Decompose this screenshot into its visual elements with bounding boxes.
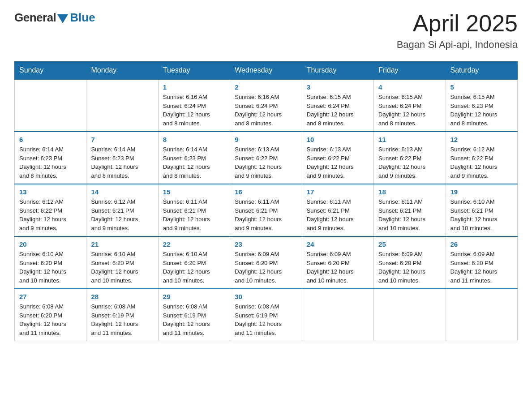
day-info: Sunrise: 6:11 AMSunset: 6:21 PMDaylight:… [378,197,441,232]
day-info: Sunrise: 6:12 AMSunset: 6:21 PMDaylight:… [91,197,153,232]
day-number: 27 [19,293,82,300]
day-info: Sunrise: 6:10 AMSunset: 6:21 PMDaylight:… [450,197,513,232]
calendar-cell: 2Sunrise: 6:16 AMSunset: 6:24 PMDaylight… [230,79,302,132]
day-info: Sunrise: 6:10 AMSunset: 6:20 PMDaylight:… [91,250,153,285]
day-number: 15 [163,188,225,196]
header-row: SundayMondayTuesdayWednesdayThursdayFrid… [15,62,518,80]
calendar-table: SundayMondayTuesdayWednesdayThursdayFrid… [14,61,518,341]
header-day-sunday: Sunday [15,62,86,80]
day-number: 1 [163,83,225,91]
day-info: Sunrise: 6:14 AMSunset: 6:23 PMDaylight:… [163,145,225,180]
calendar-cell: 14Sunrise: 6:12 AMSunset: 6:21 PMDayligh… [86,184,158,236]
calendar-cell: 29Sunrise: 6:08 AMSunset: 6:19 PMDayligh… [158,289,230,341]
logo-triangle-icon [57,14,68,23]
day-info: Sunrise: 6:13 AMSunset: 6:22 PMDaylight:… [307,145,369,180]
calendar-cell: 10Sunrise: 6:13 AMSunset: 6:22 PMDayligh… [302,132,373,184]
calendar-cell: 28Sunrise: 6:08 AMSunset: 6:19 PMDayligh… [86,289,158,341]
calendar-cell: 4Sunrise: 6:15 AMSunset: 6:24 PMDaylight… [374,79,446,132]
calendar-cell: 3Sunrise: 6:15 AMSunset: 6:24 PMDaylight… [302,79,373,132]
calendar-cell [302,289,373,341]
logo-general-text: General [14,11,56,25]
day-number: 28 [91,293,153,300]
day-number: 3 [307,83,369,91]
calendar-cell [86,79,158,132]
calendar-cell: 17Sunrise: 6:11 AMSunset: 6:21 PMDayligh… [302,184,373,236]
day-number: 19 [450,188,513,196]
day-info: Sunrise: 6:12 AMSunset: 6:22 PMDaylight:… [19,197,82,232]
calendar-cell: 6Sunrise: 6:14 AMSunset: 6:23 PMDaylight… [15,132,86,184]
day-info: Sunrise: 6:09 AMSunset: 6:20 PMDaylight:… [307,250,369,285]
day-info: Sunrise: 6:08 AMSunset: 6:19 PMDaylight:… [163,302,225,337]
day-info: Sunrise: 6:09 AMSunset: 6:20 PMDaylight:… [450,250,513,285]
day-info: Sunrise: 6:09 AMSunset: 6:20 PMDaylight:… [378,250,441,285]
calendar-cell: 11Sunrise: 6:13 AMSunset: 6:22 PMDayligh… [374,132,446,184]
calendar-cell [374,289,446,341]
week-row-4: 20Sunrise: 6:10 AMSunset: 6:20 PMDayligh… [15,236,518,289]
day-number: 5 [450,83,513,91]
week-row-3: 13Sunrise: 6:12 AMSunset: 6:22 PMDayligh… [15,184,518,236]
day-number: 30 [235,293,297,300]
day-number: 26 [450,240,513,248]
calendar-cell: 22Sunrise: 6:10 AMSunset: 6:20 PMDayligh… [158,236,230,289]
day-info: Sunrise: 6:14 AMSunset: 6:23 PMDaylight:… [19,145,82,180]
day-info: Sunrise: 6:15 AMSunset: 6:24 PMDaylight:… [378,93,441,128]
day-number: 11 [378,136,441,143]
day-info: Sunrise: 6:15 AMSunset: 6:23 PMDaylight:… [450,93,513,128]
day-number: 21 [91,240,153,248]
day-info: Sunrise: 6:13 AMSunset: 6:22 PMDaylight:… [378,145,441,180]
day-number: 4 [378,83,441,91]
location-subtitle: Bagan Si Api-api, Indonesia [397,39,518,51]
day-info: Sunrise: 6:16 AMSunset: 6:24 PMDaylight:… [163,93,225,128]
calendar-cell [15,79,86,132]
header-day-thursday: Thursday [302,62,373,80]
day-info: Sunrise: 6:11 AMSunset: 6:21 PMDaylight:… [163,197,225,232]
day-number: 7 [91,136,153,143]
calendar-cell: 27Sunrise: 6:08 AMSunset: 6:20 PMDayligh… [15,289,86,341]
header-day-wednesday: Wednesday [230,62,302,80]
header-day-tuesday: Tuesday [158,62,230,80]
calendar-cell: 8Sunrise: 6:14 AMSunset: 6:23 PMDaylight… [158,132,230,184]
calendar-cell: 5Sunrise: 6:15 AMSunset: 6:23 PMDaylight… [446,79,517,132]
calendar-cell: 20Sunrise: 6:10 AMSunset: 6:20 PMDayligh… [15,236,86,289]
day-info: Sunrise: 6:10 AMSunset: 6:20 PMDaylight:… [19,250,82,285]
calendar-cell: 16Sunrise: 6:11 AMSunset: 6:21 PMDayligh… [230,184,302,236]
logo: General Blue [14,11,95,25]
day-info: Sunrise: 6:14 AMSunset: 6:23 PMDaylight:… [91,145,153,180]
day-number: 22 [163,240,225,248]
calendar-cell: 12Sunrise: 6:12 AMSunset: 6:22 PMDayligh… [446,132,517,184]
header: General Blue April 2025 Bagan Si Api-api… [14,11,518,51]
week-row-5: 27Sunrise: 6:08 AMSunset: 6:20 PMDayligh… [15,289,518,341]
day-number: 18 [378,188,441,196]
calendar-cell: 7Sunrise: 6:14 AMSunset: 6:23 PMDaylight… [86,132,158,184]
day-info: Sunrise: 6:15 AMSunset: 6:24 PMDaylight:… [307,93,369,128]
calendar-cell: 30Sunrise: 6:08 AMSunset: 6:19 PMDayligh… [230,289,302,341]
day-info: Sunrise: 6:09 AMSunset: 6:20 PMDaylight:… [235,250,297,285]
day-info: Sunrise: 6:12 AMSunset: 6:22 PMDaylight:… [450,145,513,180]
day-info: Sunrise: 6:11 AMSunset: 6:21 PMDaylight:… [235,197,297,232]
day-number: 14 [91,188,153,196]
day-number: 25 [378,240,441,248]
logo-blue-text: Blue [70,11,95,25]
day-info: Sunrise: 6:08 AMSunset: 6:19 PMDaylight:… [91,302,153,337]
calendar-cell: 19Sunrise: 6:10 AMSunset: 6:21 PMDayligh… [446,184,517,236]
day-number: 20 [19,240,82,248]
calendar-cell: 24Sunrise: 6:09 AMSunset: 6:20 PMDayligh… [302,236,373,289]
title-area: April 2025 Bagan Si Api-api, Indonesia [397,11,518,51]
header-day-monday: Monday [86,62,158,80]
calendar-cell: 15Sunrise: 6:11 AMSunset: 6:21 PMDayligh… [158,184,230,236]
calendar-cell: 21Sunrise: 6:10 AMSunset: 6:20 PMDayligh… [86,236,158,289]
day-number: 2 [235,83,297,91]
day-info: Sunrise: 6:16 AMSunset: 6:24 PMDaylight:… [235,93,297,128]
day-info: Sunrise: 6:11 AMSunset: 6:21 PMDaylight:… [307,197,369,232]
calendar-cell [446,289,517,341]
day-info: Sunrise: 6:13 AMSunset: 6:22 PMDaylight:… [235,145,297,180]
calendar-cell: 9Sunrise: 6:13 AMSunset: 6:22 PMDaylight… [230,132,302,184]
day-info: Sunrise: 6:08 AMSunset: 6:20 PMDaylight:… [19,302,82,337]
day-number: 24 [307,240,369,248]
day-number: 8 [163,136,225,143]
day-number: 17 [307,188,369,196]
day-number: 6 [19,136,82,143]
calendar-cell: 25Sunrise: 6:09 AMSunset: 6:20 PMDayligh… [374,236,446,289]
header-day-friday: Friday [374,62,446,80]
calendar-cell: 23Sunrise: 6:09 AMSunset: 6:20 PMDayligh… [230,236,302,289]
